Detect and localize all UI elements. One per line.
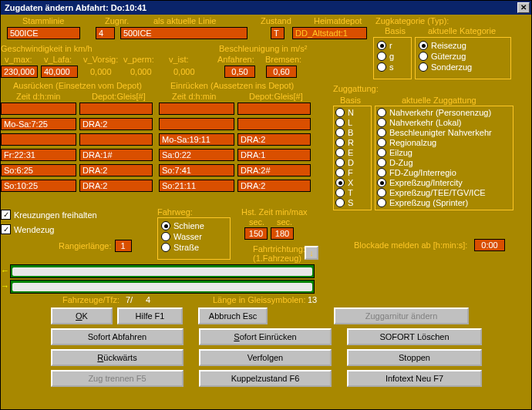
ein-zeit-1[interactable] [159, 118, 234, 130]
reise-radio[interactable] [419, 41, 428, 50]
hst-sec1: sec. [249, 217, 264, 227]
infotext-button[interactable]: Infotext Neu F7 [347, 370, 482, 387]
aus-zeit-0[interactable] [1, 102, 76, 115]
zg-basis-S-radio[interactable] [335, 198, 345, 207]
verfolgen-button[interactable]: Verfolgen [199, 349, 332, 366]
ein-depot-5[interactable]: DRA:2 [237, 180, 311, 192]
zg-aktuell-E-radio[interactable] [377, 148, 386, 157]
kat-s-radio[interactable] [377, 62, 386, 72]
anfahren-input[interactable]: 0,50 [224, 66, 255, 78]
zug-trennen-button[interactable]: Zug trennen F5 [51, 370, 184, 387]
ok-button[interactable]: OK [51, 308, 113, 324]
blockade-input[interactable]: 0:00 [474, 239, 505, 251]
sonder-radio[interactable] [419, 62, 428, 72]
zg-aktuell-B-radio[interactable] [377, 128, 386, 137]
kuppelzustand-button[interactable]: Kuppelzustand F6 [199, 370, 332, 387]
aus-zeit-3[interactable]: Fr:22:31 [1, 149, 76, 161]
zg-basis-X-radio[interactable] [335, 178, 345, 187]
ein-zeit-2[interactable]: Mo-Sa:19:11 [159, 133, 234, 146]
kreuzungen-checkbox[interactable]: ✓ [1, 210, 11, 220]
ein-zeit-5[interactable]: So:21:11 [159, 180, 234, 192]
aus-zeit-1[interactable]: Mo-Sa:7:25 [1, 118, 76, 130]
aus-depot-5[interactable]: DRA:2 [79, 180, 153, 192]
hst-max-input[interactable]: 180 [271, 227, 294, 240]
close-button[interactable]: ✕ [517, 2, 530, 13]
zg-basis-T-radio[interactable] [335, 188, 345, 197]
fahrzeuge-label: Fahrzeuge/Tfz: [62, 295, 120, 304]
aus-zeit-5[interactable]: So:10:25 [1, 180, 76, 192]
kat-r-radio[interactable] [377, 41, 386, 50]
hst-min-input[interactable]: 150 [244, 227, 268, 240]
hilfe-button[interactable]: Hilfe F1 [117, 308, 183, 324]
rueckwaerts-button[interactable]: Rückwärts [51, 349, 184, 366]
wendezug-checkbox[interactable]: ✓ [1, 224, 11, 234]
zg-aktuell-N-radio[interactable] [377, 108, 386, 117]
ein-zeit-4[interactable]: So:7:41 [159, 164, 234, 176]
abbruch-button[interactable]: Abbruch Esc [198, 308, 268, 324]
strasse-radio[interactable] [161, 243, 170, 252]
aus-zeit-4[interactable]: So:6:25 [1, 164, 76, 176]
zg-basis-L-radio[interactable] [335, 118, 345, 127]
ein-depot-3[interactable]: DRA:1 [237, 149, 311, 161]
aus-zeit-2[interactable] [1, 133, 76, 146]
schiene-radio[interactable] [161, 221, 170, 230]
vmax-label: v_max: [5, 55, 32, 64]
zg-basis-F-radio[interactable] [335, 168, 345, 177]
zg-aktuell-R-radio[interactable] [377, 138, 386, 147]
fahrtrichtung-button[interactable]: ↓ [305, 246, 318, 260]
heimat-label: Heimatdepot [314, 16, 362, 25]
vlafa-input[interactable]: 40,000 [41, 66, 78, 78]
vist-label: v_ist: [169, 55, 189, 64]
sofort-loeschen-button[interactable]: SOFORT Löschen [347, 328, 482, 345]
zustand-input[interactable]: T [271, 27, 285, 39]
vmax-input[interactable]: 230,000 [1, 66, 38, 78]
train-track-1 [10, 264, 315, 278]
wasser-radio[interactable] [161, 232, 170, 241]
zg-aktuell-S-radio[interactable] [377, 198, 386, 207]
zg-aktuell-T-radio[interactable] [377, 188, 386, 197]
zustand-label: Zustand [261, 16, 291, 25]
ein-depot-0[interactable] [237, 102, 311, 115]
ausruecken-title: Ausrücken (Einsetzen vom Depot) [13, 81, 142, 90]
sofort-abfahren-button[interactable]: Sofort Abfahren [51, 328, 184, 345]
zg-basis-B-radio[interactable] [335, 128, 345, 137]
aus-depot-2[interactable] [79, 133, 153, 146]
zugnr-input[interactable]: 4 [96, 27, 115, 39]
aus-depot-4[interactable]: DRA:2 [79, 164, 153, 176]
ein-zeit-3[interactable]: Sa:0:22 [159, 149, 234, 161]
zugnr-label: Zugnr. [105, 16, 129, 25]
aus-depot-1[interactable]: DRA:2 [79, 118, 153, 130]
gueter-radio[interactable] [419, 52, 428, 61]
stammlinie-input[interactable]: 500ICE [7, 27, 80, 39]
stammlinie-label: Stammlinie [22, 16, 64, 25]
stoppen-button[interactable]: Stoppen [347, 349, 482, 366]
alslinie-input[interactable]: 500ICE [120, 27, 247, 39]
basis-label: Basis [385, 26, 406, 35]
ein-zeit-0[interactable] [159, 102, 234, 115]
zg-aktuell-X-radio[interactable] [377, 178, 386, 187]
vvorsig-value: 0,000 [90, 67, 112, 76]
zuggarnitur-button[interactable]: Zuggarnitur ändern [334, 308, 469, 324]
aus-zeit-label: Zeit d:h:min [16, 92, 60, 101]
zg-basis-E-radio[interactable] [335, 148, 345, 157]
zg-basis-N-radio[interactable] [335, 108, 345, 117]
aus-depot-3[interactable]: DRA:1# [79, 149, 153, 161]
zg-basis-R-radio[interactable] [335, 138, 345, 147]
zg-aktuell-L-radio[interactable] [377, 118, 386, 127]
ein-depot-1[interactable] [237, 118, 311, 130]
ein-depot-4[interactable]: DRA:2# [237, 164, 311, 176]
vlafa-label: v_Lafa: [44, 55, 72, 64]
heimat-input[interactable]: DD_Altstadt:1 [292, 27, 367, 39]
aus-depot-0[interactable] [79, 102, 153, 115]
fahrweg-title: Fahrweg: [157, 207, 193, 217]
zg-aktuell-F-radio[interactable] [377, 168, 386, 177]
kat-g-radio[interactable] [377, 52, 386, 61]
ein-depot-2[interactable]: DRA:2 [237, 133, 311, 146]
rangier-input[interactable]: 1 [115, 240, 132, 252]
zg-basis-D-radio[interactable] [335, 158, 345, 167]
vvorsig-label: v_Vorsig: [83, 55, 118, 64]
sofort-einruecken-button[interactable]: Sofort Einrücken [199, 328, 332, 345]
arrow-right-icon: → [1, 281, 9, 291]
zg-aktuell-D-radio[interactable] [377, 158, 386, 167]
bremsen-input[interactable]: 0,60 [266, 66, 297, 78]
